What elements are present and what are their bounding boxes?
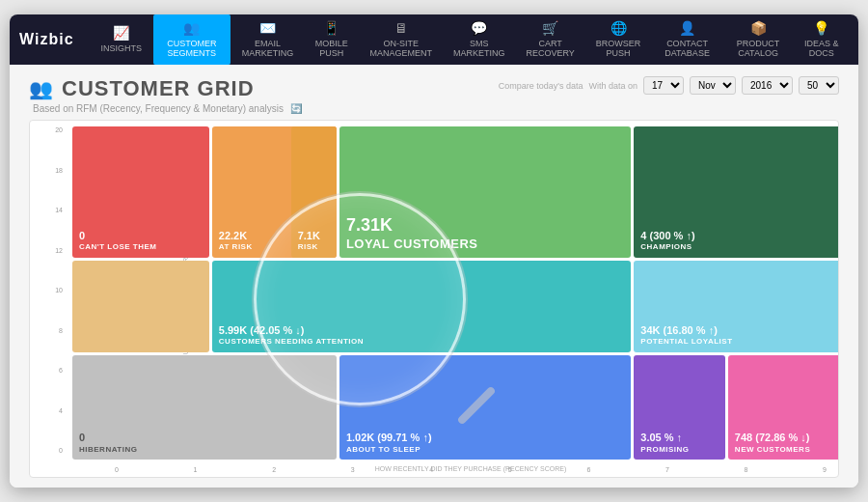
hibernating-count: 0 xyxy=(79,432,330,444)
cell-hibernating[interactable]: 0 HIBERNATING xyxy=(72,355,337,460)
onsite-icon: 🖥 xyxy=(394,20,408,37)
nav-item-insights[interactable]: 📈 INSIGHTS xyxy=(92,14,152,65)
potential-count: 34K (16.80 % ↑) xyxy=(640,324,839,337)
contact-icon: 👤 xyxy=(679,20,695,37)
cell-cant-lose-them[interactable]: 0 CAN'T LOSE THEM xyxy=(72,126,209,258)
grid-rows: 0 CAN'T LOSE THEM 22.2K AT RISK 7.1K RIS… xyxy=(67,121,838,477)
y-label-10: 10 xyxy=(34,287,63,293)
x-label-7: 7 xyxy=(665,466,669,473)
nav-item-mobile[interactable]: 📱 MOBILE PUSH xyxy=(305,14,358,65)
risk2-count: 7.1K xyxy=(298,230,330,242)
x-axis: 0 1 2 3 4 5 6 7 8 9 HOW RECENTLY DID THE… xyxy=(109,466,832,473)
cell-champions[interactable]: 4 (300 % ↑) CHAMPIONS xyxy=(634,126,839,258)
browser-icon: 🌐 xyxy=(610,20,627,37)
new-customers-count: 748 (72.86 % ↓) xyxy=(735,432,839,444)
nav-items: 📈 INSIGHTS 👥 CUSTOMER SEGMENTS ✉️ EMAIL … xyxy=(92,14,849,65)
grid-container: MONEY SPENDING & FREQUENCY OF PURCHASE (… xyxy=(29,120,839,478)
x-label-8: 8 xyxy=(745,466,748,473)
insights-icon: 📈 xyxy=(113,25,129,42)
nav-item-product[interactable]: 📦 PRODUCT CATALOG xyxy=(724,14,793,65)
refresh-icon[interactable]: 🔄 xyxy=(290,103,302,114)
header-right: Compare today's data With data on 17 Nov… xyxy=(499,76,839,95)
cell-loyal-customers[interactable]: 7.31K LOYAL CUSTOMERS xyxy=(339,126,631,258)
need-attention-count: 5.99K (42.05 % ↓) xyxy=(219,324,624,337)
about-sleep-name: ABOUT TO SLEEP xyxy=(346,445,624,455)
x-label-0: 0 xyxy=(115,466,119,473)
need-attention-name: CUSTOMERS NEEDING ATTENTION xyxy=(219,337,624,347)
month-select[interactable]: Nov xyxy=(690,76,736,95)
hibernating-name: HIBERNATING xyxy=(79,445,330,455)
cell-cant-lose-2[interactable] xyxy=(72,261,209,352)
x-label-6: 6 xyxy=(586,466,590,473)
day-select[interactable]: 17 xyxy=(643,76,684,95)
browser-frame: Wizbic 📈 INSIGHTS 👥 CUSTOMER SEGMENTS ✉️… xyxy=(10,14,858,488)
cell-potential-loyalist[interactable]: 34K (16.80 % ↑) POTENTIAL LOYALIST xyxy=(634,261,839,352)
page-subtitle: Based on RFM (Recency, Frequency & Monet… xyxy=(33,103,302,114)
cart-icon: 🛒 xyxy=(542,20,558,37)
app-logo: Wizbic xyxy=(19,31,74,48)
loyal-count: 7.31K xyxy=(346,215,624,237)
y-label-4: 4 xyxy=(34,407,63,414)
champions-count: 4 (300 % ↑) xyxy=(640,230,839,242)
y-label-18: 18 xyxy=(34,167,63,174)
cell-new-customers[interactable]: 748 (72.86 % ↓) NEW CUSTOMERS xyxy=(728,355,839,460)
top-nav: Wizbic 📈 INSIGHTS 👥 CUSTOMER SEGMENTS ✉️… xyxy=(10,14,858,65)
grid-area: 0 CAN'T LOSE THEM 22.2K AT RISK 7.1K RIS… xyxy=(67,121,838,477)
cell-risk2[interactable]: 7.1K RISK xyxy=(291,126,337,258)
cell-promising[interactable]: 3.05 % ↑ PROMISING xyxy=(634,355,725,460)
cell-about-to-sleep[interactable]: 1.02K (99.71 % ↑) ABOUT TO SLEEP xyxy=(339,355,631,460)
nav-item-customer-segments[interactable]: 👥 CUSTOMER SEGMENTS xyxy=(153,14,231,65)
days-select[interactable]: 50 xyxy=(799,76,839,95)
nav-item-sms[interactable]: 💬 SMS MARKETING xyxy=(444,14,515,65)
loyal-name: LOYAL CUSTOMERS xyxy=(346,237,624,253)
customer-icon: 👥 xyxy=(183,20,200,37)
mobile-icon: 📱 xyxy=(323,20,339,37)
promising-name: PROMISING xyxy=(640,445,719,455)
product-icon: 📦 xyxy=(750,20,767,37)
nav-item-onsite[interactable]: 🖥 ON-SITE MANAGEMENT xyxy=(360,14,442,65)
y-label-20: 20 xyxy=(34,126,63,133)
y-label-14: 14 xyxy=(34,207,63,213)
y-label-0: 0 xyxy=(34,447,63,454)
nav-item-email[interactable]: ✉️ EMAIL MARKETING xyxy=(232,14,304,65)
with-data-label: With data on xyxy=(588,81,637,91)
y-label-12: 12 xyxy=(34,247,63,254)
main-content: 👥 CUSTOMER GRID Based on RFM (Recency, F… xyxy=(10,65,858,488)
sms-icon: 💬 xyxy=(471,20,487,37)
year-select[interactable]: 2016 xyxy=(742,76,793,95)
x-label-3: 3 xyxy=(351,466,355,473)
nav-item-ideas[interactable]: 💡 IDEAS & DOCS xyxy=(794,14,849,65)
page-header: 👥 CUSTOMER GRID Based on RFM (Recency, F… xyxy=(29,76,839,114)
email-icon: ✉️ xyxy=(259,20,276,37)
cant-lose-count: 0 xyxy=(79,230,203,242)
nav-item-browser[interactable]: 🌐 BROWSER PUSH xyxy=(586,14,651,65)
new-customers-name: NEW CUSTOMERS xyxy=(735,445,839,455)
x-axis-title: HOW RECENTLY DID THEY PURCHASE (RECENCY … xyxy=(375,465,567,472)
x-label-2: 2 xyxy=(272,466,276,473)
champions-name: CHAMPIONS xyxy=(640,242,839,252)
nav-item-cart[interactable]: 🛒 CART RECOVERY xyxy=(516,14,583,65)
page-title: 👥 CUSTOMER GRID xyxy=(29,76,302,101)
y-label-6: 6 xyxy=(34,367,63,374)
x-label-1: 1 xyxy=(194,466,198,473)
y-label-8: 8 xyxy=(34,327,63,334)
ideas-icon: 💡 xyxy=(813,20,829,37)
cell-need-attention[interactable]: 5.99K (42.05 % ↓) CUSTOMERS NEEDING ATTE… xyxy=(212,261,631,352)
x-label-9: 9 xyxy=(823,466,827,473)
page-title-area: 👥 CUSTOMER GRID Based on RFM (Recency, F… xyxy=(29,76,302,114)
nav-item-contact[interactable]: 👤 CONTACT DATABASE xyxy=(652,14,722,65)
promising-count: 3.05 % ↑ xyxy=(640,432,719,444)
about-sleep-count: 1.02K (99.71 % ↑) xyxy=(346,432,624,444)
y-axis: 20 18 14 12 10 8 6 4 0 xyxy=(30,121,67,477)
cant-lose-name: CAN'T LOSE THEM xyxy=(79,242,203,252)
grid-icon: 👥 xyxy=(29,77,54,100)
potential-name: POTENTIAL LOYALIST xyxy=(640,337,839,347)
risk2-name: RISK xyxy=(298,242,330,252)
compare-label: Compare today's data xyxy=(499,81,583,91)
